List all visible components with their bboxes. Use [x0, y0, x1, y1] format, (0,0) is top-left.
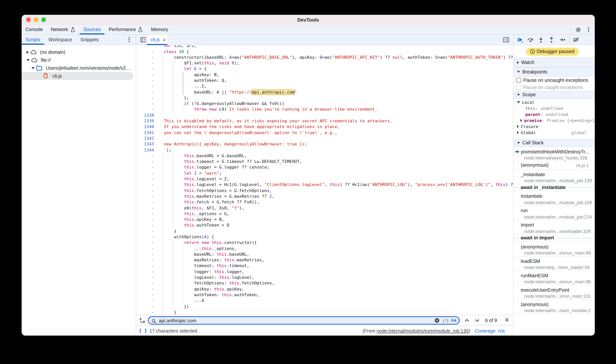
- callstack-frame[interactable]: executeUserEntryPointnode:internal/m...s…: [513, 285, 595, 299]
- scope-entry-local[interactable]: Local: [513, 99, 595, 105]
- collapsed-line-marker[interactable]: -: [136, 310, 154, 315]
- collapsed-line-marker[interactable]: -: [136, 199, 154, 205]
- collapsed-line-marker[interactable]: -: [136, 263, 154, 269]
- collapsed-line-marker[interactable]: -: [136, 165, 154, 170]
- tab-sources[interactable]: Sources: [79, 25, 105, 35]
- line-number[interactable]: 1341: [136, 130, 154, 136]
- search-input[interactable]: api.anthropic.com ✕ (.*) Aa: [148, 316, 460, 325]
- collapsed-line-marker[interactable]: -: [136, 280, 154, 286]
- close-tab-icon[interactable]: ×: [163, 37, 166, 43]
- source-link[interactable]: node:internal/modules/esm/module_job:130: [377, 328, 469, 334]
- close-window-button[interactable]: [26, 17, 30, 22]
- scope-arrow-icon[interactable]: [517, 131, 519, 134]
- collapsed-line-marker[interactable]: -: [136, 66, 154, 72]
- collapsed-line-marker[interactable]: -: [136, 275, 154, 280]
- collapsed-line-marker[interactable]: -: [136, 205, 154, 211]
- collapsed-line-marker[interactable]: -: [136, 78, 154, 84]
- callstack-frame[interactable]: importnode:internal/m...esm/loader:329: [513, 220, 595, 234]
- tree-right-arrow-icon[interactable]: [26, 51, 29, 54]
- line-number[interactable]: 1344: [136, 147, 154, 153]
- search-mode-icon[interactable]: AB: [139, 317, 146, 324]
- close-find-bar-icon[interactable]: ✕: [504, 317, 509, 324]
- collapsed-line-marker[interactable]: -: [136, 292, 154, 298]
- callstack-frame[interactable]: (anonymous)cli.js:1: [513, 161, 595, 169]
- match-case-toggle[interactable]: Aa: [451, 318, 456, 323]
- scope-arrow-icon[interactable]: [517, 125, 519, 128]
- section-breakpoints[interactable]: Breakpoints: [513, 67, 595, 77]
- clear-search-icon[interactable]: ✕: [434, 318, 439, 323]
- breakpoint-option[interactable]: Pause on caught exceptions: [513, 84, 595, 91]
- coverage-link[interactable]: Coverage: n/a: [475, 328, 505, 334]
- collapsed-line-marker[interactable]: -: [136, 60, 154, 66]
- regex-toggle[interactable]: (.*): [443, 318, 448, 323]
- collapsed-line-marker[interactable]: -: [136, 101, 154, 107]
- navigator-kebab-icon[interactable]: [126, 36, 133, 43]
- scope-entry-closure[interactable]: Closure: [513, 123, 595, 130]
- callstack-frame[interactable]: loadESMnode:internal/p.../esm_loader:34: [513, 256, 595, 271]
- callstack-frame[interactable]: promiseInitHookWithDestroyTr...node:inte…: [513, 147, 595, 161]
- hide-navigator-icon[interactable]: [140, 36, 147, 43]
- more-options-kebab-icon[interactable]: [585, 26, 592, 33]
- collapsed-line-marker[interactable]: -: [136, 95, 154, 101]
- collapsed-line-marker[interactable]: -: [136, 298, 154, 304]
- tree-item-users-jinhuilee-nvm-versions-node-v2-[interactable]: Users/jinhuilee/.nvm/versions/node/v2...: [21, 64, 136, 72]
- collapsed-line-marker[interactable]: -: [136, 54, 154, 60]
- navigator-tab-workspace[interactable]: Workspace: [44, 35, 76, 44]
- breakpoint-option[interactable]: Pause on uncaught exceptions: [513, 77, 595, 84]
- previous-match-icon[interactable]: [463, 317, 470, 324]
- collapsed-line-marker[interactable]: -: [136, 257, 154, 263]
- callstack-frame[interactable]: runnode:internal/m...module_job:214: [513, 206, 595, 220]
- collapsed-line-marker[interactable]: -: [136, 246, 154, 251]
- scope-arrow-icon[interactable]: [520, 119, 522, 122]
- scope-entry-promise[interactable]: promise: Promise {<pending>}: [513, 117, 595, 123]
- tab-performance[interactable]: Performance: [105, 25, 147, 35]
- file-tab-cli-js[interactable]: cli.js ×: [146, 35, 168, 45]
- collapsed-line-marker[interactable]: -: [136, 153, 154, 159]
- collapsed-line-marker[interactable]: -: [136, 234, 154, 240]
- next-match-icon[interactable]: [474, 317, 481, 324]
- minimize-window-button[interactable]: [34, 17, 38, 22]
- tab-network[interactable]: Network: [47, 25, 80, 35]
- hide-debugger-sidebar-icon[interactable]: [503, 36, 509, 43]
- tree-down-arrow-icon[interactable]: [31, 67, 35, 69]
- collapsed-line-marker[interactable]: -: [136, 269, 154, 275]
- tree-item--no-domain-[interactable]: (no domain): [21, 48, 136, 56]
- collapsed-line-marker[interactable]: -: [136, 49, 154, 54]
- collapsed-line-marker[interactable]: -: [136, 182, 154, 188]
- pretty-print-toggle[interactable]: { }: [139, 328, 147, 334]
- collapsed-line-marker[interactable]: -: [136, 188, 154, 194]
- collapsed-line-marker[interactable]: -: [136, 286, 154, 292]
- collapsed-line-marker[interactable]: -: [136, 72, 154, 78]
- scope-entry-this[interactable]: this: undefined: [513, 105, 595, 111]
- collapsed-line-marker[interactable]: -: [136, 170, 154, 176]
- collapsed-line-marker[interactable]: -: [136, 194, 154, 199]
- collapsed-line-marker[interactable]: -: [136, 240, 154, 246]
- section-watch[interactable]: Watch: [513, 58, 595, 67]
- collapsed-line-marker[interactable]: -: [136, 159, 154, 165]
- scope-entry-global[interactable]: Globalglobal: [513, 130, 595, 136]
- callstack-frame[interactable]: (anonymous)node:internal/m...es/run_main…: [513, 242, 595, 256]
- tree-item-cli-js[interactable]: cli.js: [21, 72, 133, 80]
- section-call-stack[interactable]: Call Stack: [513, 139, 595, 147]
- callstack-frame[interactable]: instantiatenode:internal/m...module_job:…: [513, 191, 595, 206]
- tab-console[interactable]: Console: [21, 25, 47, 35]
- collapsed-line-marker[interactable]: -: [136, 84, 154, 89]
- line-number[interactable]: 1343: [136, 142, 154, 147]
- collapsed-line-marker[interactable]: -: [136, 222, 154, 228]
- collapsed-line-marker[interactable]: -: [136, 251, 154, 257]
- section-scope[interactable]: Scope: [513, 91, 595, 99]
- tab-memory[interactable]: Memory: [147, 25, 172, 35]
- scope-entry-parent[interactable]: parent: undefined: [513, 111, 595, 117]
- callstack-frame[interactable]: (anonymous)node:internal/m...main_module…: [513, 299, 595, 314]
- collapsed-line-marker[interactable]: -: [136, 217, 154, 222]
- line-number[interactable]: 1339: [136, 118, 154, 124]
- navigator-tab-snippets[interactable]: Snippets: [76, 35, 103, 44]
- tree-down-arrow-icon[interactable]: [26, 59, 29, 61]
- code-editor[interactable]: var x50, $F1,-class $8 {-constructor({ba…: [136, 45, 513, 315]
- collapsed-line-marker[interactable]: -: [136, 304, 154, 310]
- settings-gear-icon[interactable]: [575, 26, 582, 33]
- line-number[interactable]: 1340: [136, 124, 154, 130]
- collapsed-line-marker[interactable]: -: [136, 89, 154, 95]
- line-number[interactable]: 1338: [136, 113, 154, 118]
- collapsed-line-marker[interactable]: -: [136, 211, 154, 217]
